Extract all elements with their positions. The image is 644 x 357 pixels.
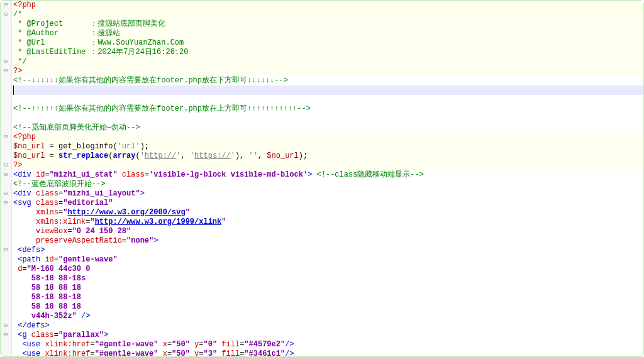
fold-marker[interactable]: ⊟ (1, 331, 11, 340)
code-line[interactable]: <div class="mizhi_ui_layout"> (13, 189, 643, 199)
code-line[interactable]: <!--↑↑↑↑↑↑如果你有其他的内容需要放在footer.php放在上方即可↑… (13, 104, 643, 114)
code-line[interactable]: <?php (13, 1, 643, 10)
code-line[interactable]: ?> (13, 161, 643, 170)
token: = (50, 151, 58, 160)
token: ' (140, 151, 145, 160)
code-line[interactable]: */ (13, 57, 643, 67)
code-line[interactable]: * @Project ：搜源站底部页脚美化 (13, 19, 643, 29)
fold-marker (1, 48, 11, 57)
code-line[interactable]: <svg class="editorial" (13, 199, 643, 208)
code-line[interactable] (13, 95, 643, 104)
code-line[interactable]: * @LastEditTime ：2024年7月24日16:26:20 (13, 48, 643, 57)
token: */ (13, 57, 27, 66)
token: x (158, 349, 167, 356)
code-line[interactable]: $no_url = str_replace(array('http://', '… (13, 151, 643, 161)
code-line[interactable]: <?php (13, 133, 643, 142)
token: xlink:href (45, 349, 90, 356)
token: = (90, 349, 94, 356)
code-line[interactable]: 58-18 88-18s (13, 274, 643, 283)
code-line[interactable]: preserveAspectRatio="none"> (13, 236, 643, 246)
fold-marker (1, 180, 11, 189)
code-line[interactable]: 58 18 88 18 (13, 302, 643, 312)
code-area[interactable]: <?php/* * @Project ：搜源站底部页脚美化 * @Author … (12, 1, 643, 356)
token: http://www.w3.org/2000/svg (67, 208, 185, 217)
code-line[interactable]: * @Author ：搜源站 (13, 29, 643, 38)
fold-marker (1, 283, 11, 293)
fold-marker[interactable]: ⊟ (1, 161, 11, 170)
token: = (54, 331, 58, 339)
fold-marker (1, 123, 11, 133)
token: = (54, 255, 58, 264)
code-line[interactable]: d="M-160 44c30 0 (13, 265, 643, 274)
fold-marker[interactable]: ⊟ (1, 1, 11, 10)
code-line[interactable]: 58 18 88 18 (13, 283, 643, 293)
token: http:// (145, 151, 176, 160)
token: <?php (13, 1, 36, 9)
code-line[interactable]: <path id="gentle-wave" (13, 255, 643, 265)
token: > (40, 246, 45, 255)
token: <!--class隐藏移动端显示--> (317, 170, 424, 179)
code-line[interactable]: * @Url ：Www.SouYuanZhan.Com (13, 38, 643, 48)
token: x (158, 340, 167, 349)
fold-marker[interactable]: ⊟ (1, 133, 11, 142)
token: fill (217, 340, 240, 349)
fold-marker[interactable]: ⊟ (1, 199, 11, 208)
token: http://www.w3.org/1999/xlink (95, 217, 222, 226)
token: "50" (172, 340, 190, 349)
token: <?php (13, 133, 36, 141)
code-line[interactable]: <use xlink:href="#gentle-wave" x="50" y=… (13, 349, 643, 356)
token: 58-18 88-18s (13, 274, 86, 283)
token: get_bloginfo (58, 142, 113, 151)
code-line[interactable]: <!--↓↓↓↓↓↓如果你有其他的内容需要放在footer.php放在下方即可↓… (13, 76, 643, 85)
token: * @LastEditTime ：2024年7月24日16:26:20 (13, 48, 188, 57)
code-line[interactable]: <div id="mizhi_ui_stat" class='visible-l… (13, 170, 643, 180)
code-line[interactable]: <use xlink:href="#gentle-wave" x="50" y=… (13, 340, 643, 349)
fold-marker[interactable]: ⊟ (1, 189, 11, 199)
token: viewBox (36, 227, 67, 236)
fold-marker[interactable]: ⊟ (1, 321, 11, 331)
token: '' (249, 151, 258, 160)
token: 58 18 88 18 (13, 283, 81, 292)
code-line[interactable]: xmlns="http://www.w3.org/2000/svg" (13, 208, 643, 217)
code-line[interactable]: /* (13, 10, 643, 19)
fold-marker (1, 19, 11, 29)
token (13, 236, 36, 245)
code-line[interactable]: <defs> (13, 246, 643, 255)
fold-marker (1, 227, 11, 236)
code-line[interactable] (13, 85, 643, 95)
code-line[interactable]: </defs> (13, 321, 643, 331)
code-line[interactable] (13, 114, 643, 123)
fold-marker[interactable]: ⊟ (1, 67, 11, 76)
token: $no_url (13, 151, 50, 160)
token: class (118, 170, 145, 179)
code-line[interactable]: <!--蓝色底部波浪开始--> (13, 180, 643, 189)
fold-marker[interactable]: ⊟ (1, 170, 11, 180)
token: /* (13, 10, 22, 19)
code-line[interactable]: viewBox="0 24 150 28" (13, 227, 643, 236)
token: ' (190, 151, 194, 160)
fold-marker[interactable]: ⊟ (1, 246, 11, 255)
token: "0" (204, 340, 218, 349)
code-line[interactable]: <!--觅知底部页脚美化开始—勿动--> (13, 123, 643, 133)
fold-marker[interactable]: ⊟ (1, 57, 11, 67)
token: = (167, 340, 172, 349)
code-line[interactable]: <g class="parallax"> (13, 331, 643, 340)
token: svg (18, 199, 36, 207)
token: "3" (204, 349, 218, 356)
token: "#gentle-wave" (95, 340, 158, 349)
code-line[interactable]: ?> (13, 67, 643, 76)
token: 'url' (118, 142, 140, 151)
fold-marker[interactable]: ⊟ (1, 10, 11, 19)
fold-marker (1, 302, 11, 312)
fold-marker (1, 29, 11, 38)
token: id (45, 255, 53, 264)
code-editor[interactable]: ⊟⊟⊟⊟⊟⊟⊟⊟⊟⊟⊟⊟ <?php/* * @Project ：搜源站底部页脚… (0, 0, 644, 357)
token (13, 217, 36, 226)
code-line[interactable]: xmlns:xlink="http://www.w3.org/1999/xlin… (13, 217, 643, 227)
code-line[interactable]: 58-18 88-18 (13, 293, 643, 302)
code-line[interactable]: v44h-352z" /> (13, 312, 643, 321)
code-line[interactable]: $no_url = get_bloginfo('url'); (13, 142, 643, 151)
token: v44h-352z" (13, 312, 77, 321)
token: "M-160 44c30 0 (27, 265, 91, 273)
token: xmlns (36, 208, 58, 217)
